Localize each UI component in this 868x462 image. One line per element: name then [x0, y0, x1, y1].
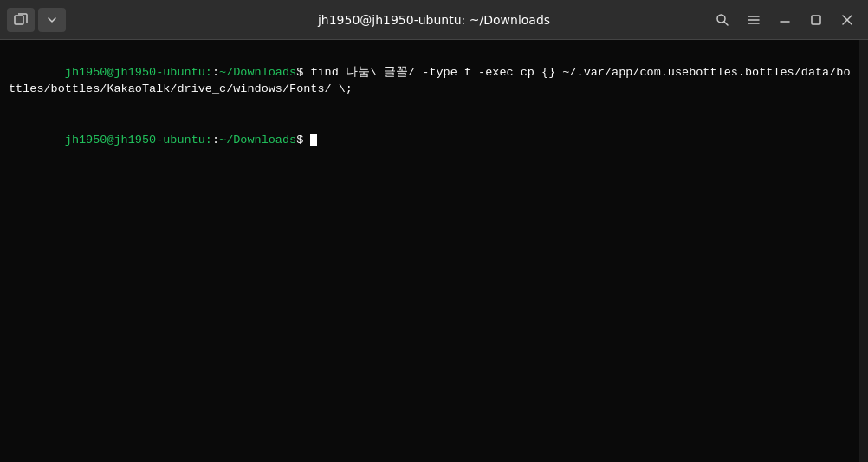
title-bar: jh1950@jh1950-ubuntu: ~/Downloads [0, 0, 868, 40]
cursor [310, 134, 317, 146]
tab-icon-button[interactable] [7, 8, 35, 32]
svg-rect-0 [15, 16, 23, 24]
prompt1-path: : [212, 66, 219, 79]
prompt1-symbol: $ [296, 66, 310, 79]
dropdown-button[interactable] [38, 8, 66, 32]
prompt1-path-text: ~/Downloads [219, 66, 296, 79]
terminal-body[interactable]: jh1950@jh1950-ubuntu::~/Downloads$ find … [0, 40, 859, 462]
title-bar-right [709, 8, 861, 32]
search-button[interactable] [709, 8, 736, 32]
prompt2-symbol: $ [296, 133, 310, 146]
minimize-button[interactable] [771, 8, 799, 32]
prompt2-colon: : [212, 133, 219, 146]
terminal-wrapper: jh1950@jh1950-ubuntu::~/Downloads$ find … [0, 40, 868, 462]
maximize-button[interactable] [802, 8, 830, 32]
command-line-2: jh1950@jh1950-ubuntu::~/Downloads$ [9, 114, 851, 166]
prompt1-user: jh1950@jh1950-ubuntu: [65, 66, 212, 79]
scrollbar[interactable] [859, 40, 868, 462]
window-title: jh1950@jh1950-ubuntu: ~/Downloads [318, 13, 550, 27]
terminal-content: jh1950@jh1950-ubuntu::~/Downloads$ find … [9, 47, 851, 455]
close-button[interactable] [833, 8, 861, 32]
title-bar-left [7, 8, 66, 32]
menu-button[interactable] [740, 8, 768, 32]
prompt2-path-text: ~/Downloads [219, 133, 296, 146]
command-line-1: jh1950@jh1950-ubuntu::~/Downloads$ find … [9, 47, 851, 114]
svg-rect-6 [812, 16, 820, 24]
prompt2-user: jh1950@jh1950-ubuntu: [65, 133, 212, 146]
